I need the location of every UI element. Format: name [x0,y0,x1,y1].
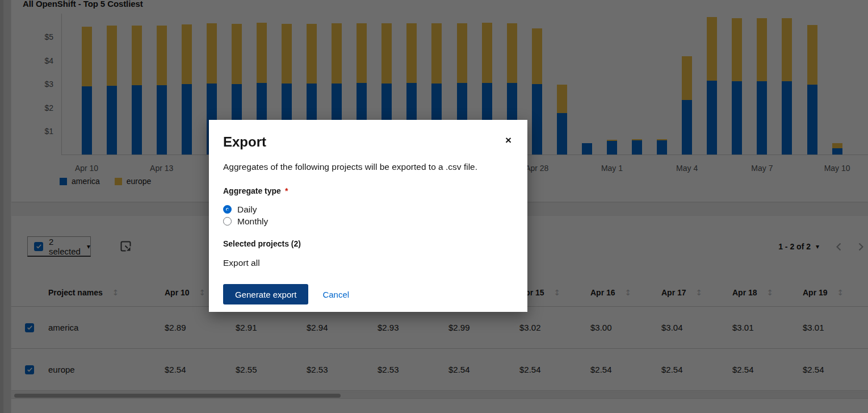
aggregate-type-label-text: Aggregate type [223,186,281,195]
selected-projects-label: Selected projects (2) [223,239,513,248]
modal-description: Aggregates of the following projects wil… [223,162,513,172]
modal-title: Export [223,135,513,149]
radio-label-monthly: Monthly [237,216,268,227]
radio-option-daily[interactable]: Daily [223,203,513,215]
generate-export-button[interactable]: Generate export [223,284,308,304]
radio-option-monthly[interactable]: Monthly [223,215,513,227]
export-all-label: Export all [223,258,513,268]
export-modal: × Export Aggregates of the following pro… [209,120,527,312]
aggregate-type-radios: DailyMonthly [223,203,513,227]
radio-daily-selected[interactable] [223,205,232,214]
radio-monthly[interactable] [223,217,232,226]
close-icon[interactable]: × [505,136,511,145]
modal-actions: Generate export Cancel [223,284,513,304]
radio-label-daily: Daily [237,205,257,215]
aggregate-type-label: Aggregate type* [223,186,513,195]
cancel-button[interactable]: Cancel [322,290,349,299]
required-asterisk: * [285,186,288,195]
